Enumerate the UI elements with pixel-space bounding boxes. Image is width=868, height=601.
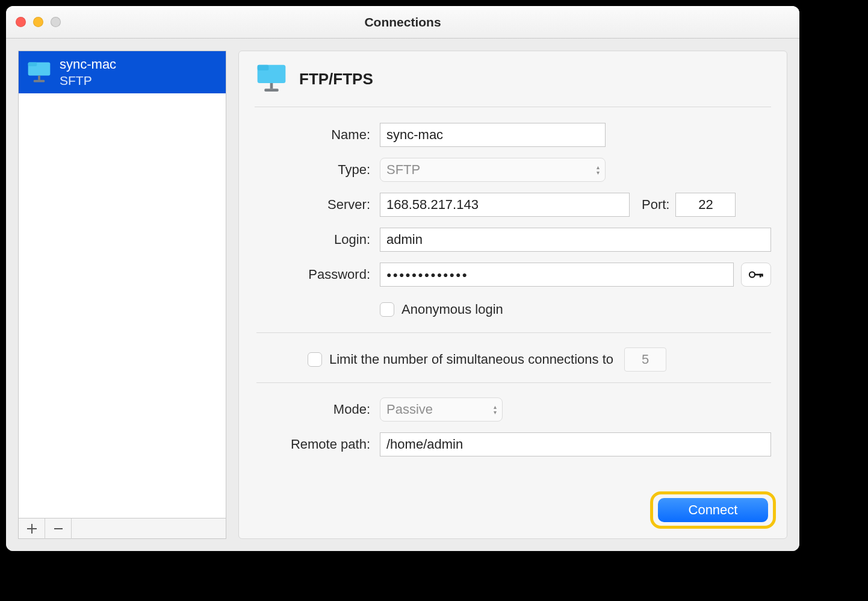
label-server: Server: bbox=[256, 197, 380, 213]
anonymous-label: Anonymous login bbox=[401, 302, 503, 317]
sidebar-wrap: sync-mac SFTP bbox=[18, 51, 226, 539]
row-server: Server: Port: bbox=[256, 193, 771, 217]
label-login: Login: bbox=[256, 232, 380, 248]
type-select-value[interactable] bbox=[380, 158, 606, 182]
minimize-window-button[interactable] bbox=[33, 17, 43, 27]
zoom-window-button[interactable] bbox=[51, 17, 61, 27]
connection-form: Name: Type: ▴▾ Server: bbox=[255, 123, 771, 456]
login-field[interactable] bbox=[380, 228, 771, 252]
row-name: Name: bbox=[256, 123, 771, 147]
connections-sidebar: sync-mac SFTP bbox=[18, 51, 226, 518]
row-remote-path: Remote path: bbox=[256, 432, 771, 456]
svg-rect-8 bbox=[264, 89, 278, 92]
connect-button[interactable]: Connect bbox=[658, 498, 768, 522]
name-field[interactable] bbox=[380, 123, 606, 147]
svg-rect-10 bbox=[754, 274, 763, 276]
row-login: Login: bbox=[256, 228, 771, 252]
divider bbox=[256, 382, 771, 383]
traffic-lights bbox=[16, 17, 61, 27]
row-password: Password: bbox=[256, 263, 771, 287]
label-port: Port: bbox=[630, 197, 675, 213]
key-icon bbox=[748, 270, 764, 279]
label-mode: Mode: bbox=[256, 402, 380, 417]
sidebar-item-texts: sync-mac SFTP bbox=[60, 56, 116, 89]
connection-settings-panel: FTP/FTPS Name: Type: ▴▾ bbox=[238, 51, 787, 539]
limit-label: Limit the number of simultaneous connect… bbox=[329, 352, 613, 367]
mode-select-value[interactable] bbox=[380, 397, 503, 422]
anonymous-checkbox[interactable] bbox=[380, 302, 394, 317]
svg-rect-2 bbox=[38, 75, 40, 79]
row-limit: Limit the number of simultaneous connect… bbox=[308, 347, 771, 372]
row-type: Type: ▴▾ bbox=[256, 158, 771, 182]
limit-checkbox[interactable] bbox=[308, 352, 322, 367]
row-mode: Mode: ▴▾ bbox=[256, 397, 771, 422]
limit-count-field[interactable] bbox=[624, 347, 666, 372]
close-window-button[interactable] bbox=[16, 17, 26, 27]
label-remote-path: Remote path: bbox=[256, 437, 380, 452]
connect-highlight-ring: Connect bbox=[650, 491, 776, 529]
sidebar-footer bbox=[18, 518, 226, 539]
port-field[interactable] bbox=[675, 193, 736, 217]
svg-rect-12 bbox=[761, 274, 763, 277]
svg-rect-3 bbox=[34, 80, 45, 83]
key-auth-button[interactable] bbox=[741, 263, 771, 287]
svg-rect-6 bbox=[258, 65, 269, 70]
remote-path-field[interactable] bbox=[380, 432, 771, 456]
connections-window: Connections sync-mac bbox=[6, 6, 799, 551]
svg-rect-1 bbox=[28, 62, 37, 66]
connect-highlight: Connect bbox=[650, 491, 776, 529]
sidebar-item-name: sync-mac bbox=[60, 56, 116, 73]
row-anonymous: Anonymous login bbox=[256, 297, 771, 322]
label-password: Password: bbox=[256, 267, 380, 282]
label-name: Name: bbox=[256, 127, 380, 143]
network-folder-icon bbox=[255, 62, 288, 96]
label-type: Type: bbox=[256, 162, 380, 178]
type-select[interactable]: ▴▾ bbox=[380, 158, 606, 182]
server-field[interactable] bbox=[380, 193, 630, 217]
titlebar: Connections bbox=[6, 6, 799, 39]
panel-header: FTP/FTPS bbox=[255, 62, 771, 107]
add-connection-button[interactable] bbox=[19, 518, 45, 539]
svg-rect-11 bbox=[760, 274, 761, 278]
network-folder-icon bbox=[26, 59, 52, 86]
divider bbox=[256, 332, 771, 333]
svg-rect-4 bbox=[54, 528, 63, 529]
sidebar-item-protocol: SFTP bbox=[60, 73, 116, 89]
sidebar-item-sync-mac[interactable]: sync-mac SFTP bbox=[19, 51, 226, 93]
svg-point-9 bbox=[749, 272, 755, 277]
panel-title: FTP/FTPS bbox=[299, 70, 373, 89]
window-title: Connections bbox=[6, 15, 799, 30]
window-body: sync-mac SFTP bbox=[6, 39, 799, 551]
svg-rect-7 bbox=[270, 83, 273, 89]
password-field[interactable] bbox=[380, 263, 734, 287]
mode-select[interactable]: ▴▾ bbox=[380, 397, 503, 422]
remove-connection-button[interactable] bbox=[45, 518, 72, 539]
